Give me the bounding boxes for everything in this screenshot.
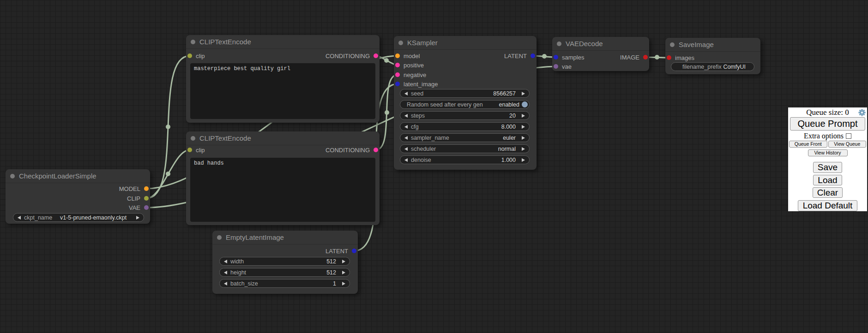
port-clip-output[interactable]: CLIP: [127, 195, 149, 202]
node-clip-text-encode-negative[interactable]: CLIPTextEncode clip CONDITIONING bad han…: [186, 131, 380, 225]
node-title-bar[interactable]: CheckpointLoaderSimple: [6, 169, 150, 183]
increment-arrow-icon[interactable]: [342, 271, 345, 274]
node-title-bar[interactable]: CLIPTextEncode: [186, 35, 380, 49]
node-title-bar[interactable]: VAEDecode: [552, 37, 649, 51]
view-history-button[interactable]: View History: [808, 149, 848, 156]
settings-gear-icon[interactable]: [858, 109, 866, 116]
node-graph-canvas[interactable]: CheckpointLoaderSimple MODEL CLIP VAE ck…: [0, 0, 868, 333]
widget-steps[interactable]: steps 20: [400, 111, 530, 120]
port-latent-image-input[interactable]: latent_image: [395, 81, 438, 87]
port-clip-input[interactable]: clip: [187, 147, 205, 153]
increment-arrow-icon[interactable]: [522, 158, 525, 162]
port-vae-input[interactable]: vae: [554, 63, 572, 70]
model-input-dot[interactable]: [395, 54, 400, 58]
decrement-arrow-icon[interactable]: [224, 260, 227, 263]
queue-prompt-button[interactable]: Queue Prompt: [790, 117, 865, 131]
port-samples-input[interactable]: samples: [554, 54, 584, 60]
increment-arrow-icon[interactable]: [522, 92, 525, 95]
widget-seed[interactable]: seed 8566257: [400, 89, 530, 98]
decrement-arrow-icon[interactable]: [224, 271, 227, 274]
latent-output-dot[interactable]: [352, 249, 356, 253]
clip-output-dot[interactable]: [144, 196, 149, 201]
load-button[interactable]: Load: [813, 175, 842, 185]
widget-filename-prefix[interactable]: filename_prefix ComfyUI: [671, 62, 754, 71]
node-mode-dot[interactable]: [191, 40, 195, 44]
increment-arrow-icon[interactable]: [522, 136, 525, 140]
queue-front-button[interactable]: Queue Front: [789, 141, 827, 148]
increment-arrow-icon[interactable]: [342, 282, 345, 285]
node-mode-dot[interactable]: [398, 41, 403, 45]
decrement-arrow-icon[interactable]: [404, 125, 408, 129]
port-vae-output[interactable]: VAE: [129, 204, 149, 211]
node-ksampler[interactable]: KSampler model positive negative latent_…: [394, 36, 536, 170]
port-clip-input[interactable]: clip: [187, 53, 205, 59]
node-title-bar[interactable]: SaveImage: [665, 38, 760, 52]
clear-button[interactable]: Clear: [813, 187, 843, 198]
toggle-on-icon[interactable]: [522, 101, 528, 107]
positive-prompt-textarea[interactable]: masterpiece best quality girl: [190, 63, 375, 119]
node-title-bar[interactable]: KSampler: [394, 36, 536, 50]
node-mode-dot[interactable]: [191, 136, 195, 141]
decrement-arrow-icon[interactable]: [404, 92, 408, 95]
load-default-button[interactable]: Load Default: [798, 200, 858, 211]
negative-input-dot[interactable]: [395, 72, 400, 77]
widget-ckpt-name[interactable]: ckpt_name v1-5-pruned-emaonly.ckpt: [13, 213, 144, 222]
decrement-arrow-icon[interactable]: [404, 147, 408, 151]
node-vae-decode[interactable]: VAEDecode samples vae IMAGE: [552, 37, 649, 71]
model-output-dot[interactable]: [144, 186, 149, 191]
save-button[interactable]: Save: [813, 162, 842, 173]
increment-arrow-icon[interactable]: [522, 147, 525, 151]
port-latent-output[interactable]: LATENT: [326, 248, 356, 254]
node-mode-dot[interactable]: [10, 174, 15, 178]
node-title-bar[interactable]: CLIPTextEncode: [186, 131, 380, 145]
increment-arrow-icon[interactable]: [522, 114, 525, 118]
port-image-output[interactable]: IMAGE: [620, 54, 648, 60]
widget-random-seed-toggle[interactable]: Random seed after every gen enabled: [400, 100, 530, 109]
decrement-arrow-icon[interactable]: [224, 282, 227, 285]
latent-image-input-dot[interactable]: [395, 82, 400, 86]
node-mode-dot[interactable]: [557, 42, 561, 46]
conditioning-output-dot[interactable]: [374, 148, 378, 152]
widget-sampler-name[interactable]: sampler_name euler: [400, 133, 530, 142]
conditioning-output-dot[interactable]: [374, 54, 378, 58]
images-input-dot[interactable]: [667, 55, 671, 60]
increment-arrow-icon[interactable]: [136, 216, 139, 220]
node-empty-latent-image[interactable]: EmptyLatentImage LATENT width 512 height…: [212, 231, 358, 294]
node-clip-text-encode-positive[interactable]: CLIPTextEncode clip CONDITIONING masterp…: [186, 35, 380, 123]
increment-arrow-icon[interactable]: [342, 260, 345, 263]
widget-scheduler[interactable]: scheduler normal: [400, 144, 530, 153]
node-save-image[interactable]: SaveImage images filename_prefix ComfyUI: [665, 38, 760, 74]
widget-denoise[interactable]: denoise 1.000: [400, 155, 530, 164]
positive-input-dot[interactable]: [395, 63, 400, 67]
clip-input-dot[interactable]: [187, 148, 192, 152]
decrement-arrow-icon[interactable]: [404, 136, 408, 140]
image-output-dot[interactable]: [643, 55, 648, 59]
clip-input-dot[interactable]: [187, 54, 192, 58]
view-queue-button[interactable]: View Queue: [828, 141, 867, 148]
widget-cfg[interactable]: cfg 8.000: [400, 122, 530, 131]
port-conditioning-output[interactable]: CONDITIONING: [326, 53, 378, 59]
port-model-input[interactable]: model: [395, 53, 420, 59]
port-model-output[interactable]: MODEL: [119, 185, 149, 192]
port-latent-output[interactable]: LATENT: [504, 53, 535, 59]
widget-width[interactable]: width 512: [219, 257, 350, 266]
widget-height[interactable]: height 512: [219, 268, 350, 277]
port-negative-input[interactable]: negative: [395, 71, 426, 78]
port-conditioning-output[interactable]: CONDITIONING: [326, 147, 378, 153]
increment-arrow-icon[interactable]: [522, 125, 525, 129]
widget-batch-size[interactable]: batch_size 1: [219, 279, 350, 288]
node-title-bar[interactable]: EmptyLatentImage: [212, 231, 358, 244]
extra-options-checkbox[interactable]: [846, 133, 851, 139]
port-images-input[interactable]: images: [667, 54, 694, 61]
node-mode-dot[interactable]: [217, 235, 222, 240]
port-positive-input[interactable]: positive: [395, 62, 424, 68]
decrement-arrow-icon[interactable]: [18, 216, 21, 220]
vae-input-dot[interactable]: [554, 64, 558, 69]
decrement-arrow-icon[interactable]: [404, 114, 408, 118]
decrement-arrow-icon[interactable]: [404, 158, 408, 162]
samples-input-dot[interactable]: [554, 55, 558, 59]
negative-prompt-textarea[interactable]: bad hands: [190, 158, 375, 222]
vae-output-dot[interactable]: [144, 205, 149, 210]
node-mode-dot[interactable]: [670, 42, 675, 47]
latent-output-dot[interactable]: [530, 54, 535, 58]
